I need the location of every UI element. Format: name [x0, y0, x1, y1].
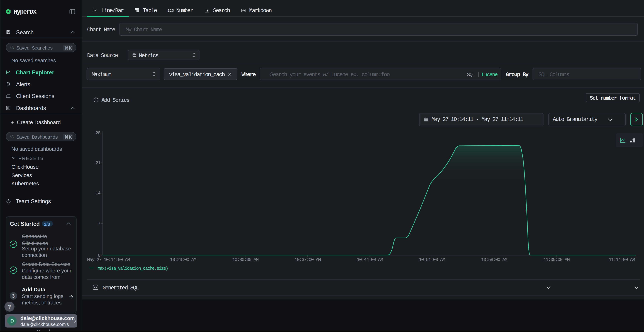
svg-text:28: 28: [96, 130, 100, 136]
svg-text:10:23:00 AM: 10:23:00 AM: [170, 257, 196, 262]
svg-text:7: 7: [98, 221, 100, 226]
svg-text:May 27 10:14:00 AM: May 27 10:14:00 AM: [87, 257, 130, 262]
svg-text:11:05:00 AM: 11:05:00 AM: [543, 257, 570, 262]
svg-text:10:37:00 AM: 10:37:00 AM: [294, 257, 320, 262]
svg-text:10:51:00 AM: 10:51:00 AM: [419, 257, 445, 262]
svg-text:11:14:00 AM: 11:14:00 AM: [609, 257, 635, 262]
svg-text:10:30:00 AM: 10:30:00 AM: [232, 257, 258, 262]
svg-text:10:44:00 AM: 10:44:00 AM: [357, 257, 383, 262]
svg-text:10:58:00 AM: 10:58:00 AM: [481, 257, 507, 262]
svg-text:14: 14: [96, 190, 100, 196]
svg-text:21: 21: [96, 160, 100, 166]
